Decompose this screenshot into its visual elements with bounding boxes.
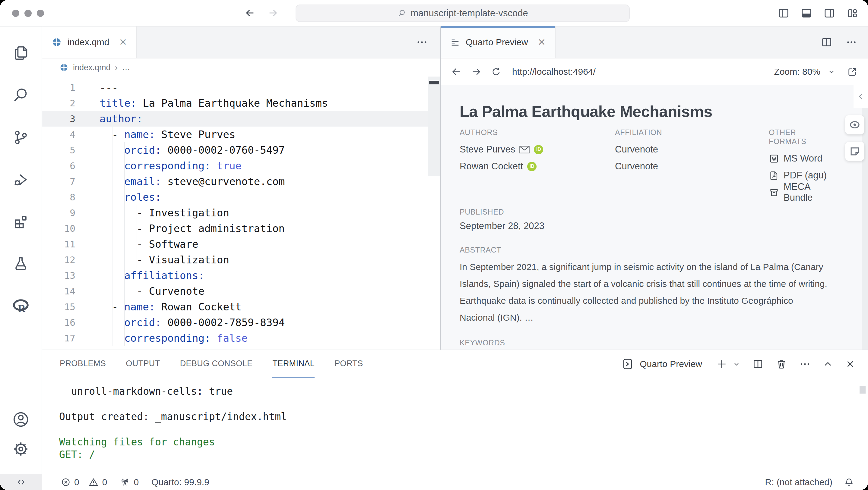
panel-tab-debug-console[interactable]: DEBUG CONSOLE [180,350,253,378]
code-line[interactable]: 9 - Investigation [42,205,440,221]
maximize-window-button[interactable] [37,10,44,17]
split-terminal-icon[interactable] [752,358,764,370]
code-line[interactable]: 16 orcid: 0000-0002-7859-8394 [42,315,440,330]
panel-more-actions-icon[interactable] [799,358,811,370]
r-status[interactable]: R: (not attached) [765,477,832,487]
testing-icon[interactable] [12,251,30,276]
code-line[interactable]: 1--- [42,79,440,95]
code-line[interactable]: 10 - Project administration [42,221,440,236]
code-line[interactable]: 5 orcid: 0000-0002-0760-5497 [42,142,440,158]
panel-tab-output[interactable]: OUTPUT [126,350,160,378]
editor-more-actions-icon[interactable] [416,36,428,48]
format-label: PDF (agu) [783,170,827,181]
close-preview-tab-icon[interactable]: ✕ [538,36,546,48]
close-window-button[interactable] [12,10,19,17]
reload-icon[interactable] [491,67,501,77]
code-line[interactable]: 3author: [42,111,440,127]
settings-gear-icon[interactable] [12,436,30,462]
panel-tab-terminal[interactable]: TERMINAL [272,350,315,378]
editor-scrollbar-thumb[interactable] [429,81,439,85]
ports-status[interactable]: 0 [120,477,139,487]
code-token [211,332,217,344]
pdf-icon [769,170,779,181]
toggle-secondary-sidebar-icon[interactable] [824,7,835,19]
code-line[interactable]: 14 - Curvenote [42,283,440,299]
code-line[interactable]: 13 affiliations: [42,268,440,283]
accounts-icon[interactable] [12,407,30,432]
code-line[interactable]: 12 - Visualization [42,252,440,268]
collapse-panel-button[interactable] [854,85,868,108]
svg-text:R: R [18,302,26,315]
terminal-dropdown-icon[interactable] [733,360,740,368]
line-content: roles: [99,189,161,205]
history-forward-icon[interactable] [268,8,278,18]
run-debug-icon[interactable] [12,167,30,192]
close-panel-icon[interactable] [845,359,855,369]
terminal-line: Watching files for changes [59,436,868,449]
code-line[interactable]: 7 email: steve@curvenote.com [42,173,440,189]
terminal-instance-chip[interactable]: Quarto Preview [621,357,702,371]
kill-terminal-icon[interactable] [776,358,787,370]
format-row[interactable]: MECA Bundle [769,184,832,201]
explorer-icon[interactable] [12,40,30,66]
tab-index-qmd[interactable]: index.qmd ✕ [42,27,136,58]
customize-layout-icon[interactable] [846,7,858,19]
zoom-level-label[interactable]: Zoom: 80% [774,67,820,77]
preview-back-icon[interactable] [451,67,461,77]
notifications-bell-icon[interactable] [844,477,854,487]
email-icon[interactable] [519,145,530,154]
code-line[interactable]: 6 corresponding: true [42,158,440,173]
preview-visibility-button[interactable] [845,115,864,134]
new-terminal-icon[interactable] [716,358,727,370]
problems-status[interactable]: 0 0 [61,477,107,487]
breadcrumb-file[interactable]: index.qmd [73,63,111,72]
editor-scrollbar[interactable] [428,76,440,176]
preview-note-button[interactable] [845,142,864,161]
terminal-scrollbar[interactable] [860,386,866,394]
minimize-window-button[interactable] [25,10,32,17]
source-control-icon[interactable] [12,125,30,150]
search-sidebar-icon[interactable] [12,83,30,108]
remote-indicator[interactable] [0,474,42,490]
quarto-version-status[interactable]: Quarto: 99.9.9 [151,477,209,487]
r-extension-icon[interactable]: R [11,294,30,319]
line-number: 3 [42,111,75,127]
format-row[interactable]: MS Word [769,150,832,167]
code-line[interactable]: 17 corresponding: false [42,330,440,346]
toggle-primary-sidebar-icon[interactable] [777,7,789,19]
code-line[interactable]: 15 - name: Rowan Cockett [42,299,440,315]
panel-tab-ports[interactable]: PORTS [335,350,363,378]
code-token: false [217,332,248,344]
ports-count: 0 [134,477,139,487]
code-line[interactable]: 11 - Software [42,236,440,252]
orcid-icon[interactable]: iD [527,162,536,171]
close-tab-icon[interactable]: ✕ [119,36,127,48]
extensions-icon[interactable] [12,209,30,234]
preview-forward-icon[interactable] [471,67,482,77]
orcid-icon[interactable]: iD [534,145,543,154]
line-number: 13 [42,268,75,283]
preview-more-actions-icon[interactable] [846,36,857,48]
ms-word-icon [769,153,779,164]
code-line[interactable]: 2title: La Palma Earthquake Mechanisms [42,95,440,111]
line-number: 12 [42,252,75,268]
maximize-panel-icon[interactable] [823,359,833,369]
open-external-icon[interactable] [847,66,858,77]
command-center[interactable]: manuscript-template-vscode [296,4,630,22]
tab-quarto-preview[interactable]: Quarto Preview ✕ [441,27,556,58]
split-editor-icon[interactable] [821,36,832,48]
code-line[interactable]: 8 roles: [42,189,440,205]
panel-tab-problems[interactable]: PROBLEMS [60,350,106,378]
breadcrumb-more[interactable]: … [122,63,130,72]
terminal-output[interactable]: unroll-markdown-cells: true Output creat… [42,378,868,461]
code-editor[interactable]: 1---2title: La Palma Earthquake Mechanis… [42,76,440,350]
breadcrumb[interactable]: index.qmd › … [42,59,440,76]
status-bar: 0 0 0 Quarto: 99.9.9 R: (not attached) [0,474,868,490]
history-back-icon[interactable] [245,8,255,18]
error-count: 0 [74,477,79,487]
code-line[interactable]: 4 - name: Steve Purves [42,127,440,142]
chevron-down-icon[interactable] [828,68,835,76]
affiliations-list: CurvenoteCurvenote [615,141,769,175]
toggle-panel-icon[interactable] [801,7,812,19]
preview-url[interactable]: http://localhost:4964/ [512,67,596,77]
